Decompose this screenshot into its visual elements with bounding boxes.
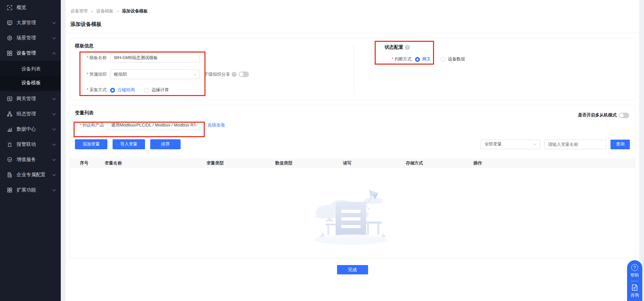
device-submenu: 设备列表 设备模板 [0, 61, 61, 91]
radio-gateway-label[interactable]: 网关 [422, 56, 431, 62]
sidebar-item-enterprise[interactable]: 企业专属配置 [0, 167, 61, 182]
done-button[interactable]: 完成 [337, 265, 368, 274]
sidebar-item-overview[interactable]: 概览 [0, 0, 61, 15]
radio-cloud-polling[interactable] [110, 88, 115, 93]
sidebar-item-gateway[interactable]: 网关管理 [0, 91, 61, 106]
status-config-heading: 状态配置 ? [385, 44, 635, 50]
overview-icon [7, 5, 12, 10]
multi-slave-toggle[interactable] [619, 113, 629, 118]
organization-row: *所属组织 根组织 下级组织分享 ? [75, 69, 354, 79]
multi-slave-label: 是否开启多从机模式 [578, 112, 617, 118]
breadcrumb-device-template[interactable]: 设备模板 [96, 8, 113, 14]
chevron-down-icon [195, 123, 198, 126]
template-info-heading: 模板信息 [75, 43, 354, 49]
variable-name-search-input[interactable] [544, 140, 606, 149]
required-marker: * [392, 57, 393, 62]
protocol-label: *协议和产品 [75, 122, 104, 128]
variable-list-heading: 变量列表 [75, 110, 630, 116]
sidebar-item-data-center[interactable]: 数据中心 [0, 122, 61, 137]
template-name-input[interactable] [110, 53, 200, 63]
protocol-row: *协议和产品 通用Modbus/PLC/DL / Modbus / Modbus… [75, 120, 630, 130]
toggle-knob [619, 113, 624, 117]
sidebar: 概览 大屏管理 场景管理 设备管理 设备列表 [0, 0, 61, 301]
sort-button[interactable]: 排序 [150, 139, 181, 149]
chevron-down-icon [52, 127, 56, 131]
chevron-down-icon [193, 72, 197, 75]
required-marker: * [87, 87, 88, 92]
consult-label: 咨询 [631, 292, 639, 298]
template-name-row: *模板名称 [75, 53, 354, 63]
chevron-down-icon [52, 21, 56, 24]
chevron-down-icon [52, 173, 56, 176]
main-area: 设备管理 > 设备模板 > 添加设备模板 添加设备模板 模板信息 *模板名称 [61, 0, 644, 301]
chevron-down-icon [52, 188, 56, 191]
radio-device-data[interactable] [441, 57, 445, 62]
add-variable-button[interactable]: 添加变量 [75, 139, 107, 149]
help-button[interactable]: ? 帮助 [631, 264, 639, 278]
sidebar-item-device-list[interactable]: 设备列表 [0, 62, 61, 76]
multi-slave-row: 是否开启多从机模式 [578, 112, 629, 118]
radio-edge-computing-label[interactable]: 边缘计算 [152, 87, 169, 93]
column-header-operation: 操作 [473, 160, 635, 166]
consult-button[interactable]: 咨询 [631, 284, 639, 298]
breadcrumb-device-management[interactable]: 设备管理 [70, 8, 88, 14]
sidebar-item-alarm[interactable]: 报警联动 [0, 137, 61, 152]
chevron-down-icon [52, 142, 56, 146]
import-variable-button[interactable]: 导入变量 [113, 139, 145, 149]
app-root: 概览 大屏管理 场景管理 设备管理 设备列表 [0, 0, 644, 301]
radio-gateway[interactable] [415, 57, 420, 62]
sidebar-item-label: 大屏管理 [17, 20, 53, 26]
variable-scope-select[interactable]: 全部变量 [481, 140, 540, 149]
help-label: 帮助 [631, 272, 639, 278]
sidebar-item-configuration[interactable]: 组态管理 [0, 106, 61, 122]
sidebar-item-device[interactable]: 设备管理 [0, 46, 61, 61]
organization-select[interactable]: 根组织 [110, 69, 200, 79]
sidebar-item-device-template[interactable]: 设备模板 [0, 76, 61, 90]
column-header-read-write: 读写 [343, 160, 406, 166]
help-question-icon[interactable]: ? [405, 45, 410, 50]
collect-method-row: *采集方式 云端轮询 边缘计算 [75, 87, 354, 93]
sidebar-item-extended[interactable]: 扩展功能 [0, 182, 61, 198]
judge-method-row: *判断方式 网关 设备数据 [385, 56, 635, 62]
sidebar-item-big-screen[interactable]: 大屏管理 [0, 15, 61, 30]
alarm-icon [7, 142, 12, 147]
judge-method-label: *判断方式 [385, 56, 412, 62]
template-name-label: *模板名称 [75, 55, 107, 61]
sidebar-item-label: 企业专属配置 [17, 172, 53, 178]
gateway-icon [7, 96, 12, 102]
status-config-column: 状态配置 ? *判断方式 网关 设备数据 [354, 38, 635, 100]
toggle-knob [239, 72, 243, 76]
sub-item-label: 设备列表 [21, 66, 41, 72]
float-divider [631, 281, 638, 281]
device-icon [7, 50, 12, 56]
search-button[interactable]: 查询 [611, 140, 630, 149]
required-marker: * [80, 123, 81, 128]
radio-device-data-label[interactable]: 设备数据 [448, 56, 465, 62]
value-added-icon [7, 157, 12, 162]
sidebar-item-label: 增值服务 [17, 157, 53, 163]
empty-state [75, 183, 630, 247]
breadcrumb-separator: > [91, 9, 93, 13]
sidebar-item-scene[interactable]: 场景管理 [0, 30, 61, 46]
collect-method-label: *采集方式 [75, 87, 107, 93]
organization-label: *所属组织 [75, 72, 107, 77]
radio-cloud-polling-label[interactable]: 云端轮询 [117, 87, 135, 93]
sidebar-item-value-added[interactable]: 增值服务 [0, 152, 61, 167]
protocol-select[interactable]: 通用Modbus/PLC/DL / Modbus / Modbus RT [107, 120, 201, 130]
radio-edge-computing[interactable] [144, 88, 149, 93]
scene-icon [7, 35, 12, 41]
sidebar-item-label: 报警联动 [17, 141, 53, 148]
footer: 完成 [66, 265, 639, 274]
sidebar-item-label: 网关管理 [17, 96, 53, 102]
chevron-up-icon [52, 52, 56, 56]
sidebar-item-label: 概览 [17, 4, 55, 11]
breadcrumb: 设备管理 > 设备模板 > 添加设备模板 [66, 0, 639, 14]
sub-org-share-toggle[interactable] [239, 72, 249, 77]
big-screen-icon [7, 20, 12, 26]
advanced-options-link[interactable]: 高级选项 [208, 122, 225, 128]
help-question-icon[interactable]: ? [232, 72, 237, 77]
breadcrumb-separator: > [116, 9, 118, 13]
column-header-type: 变量类型 [206, 160, 275, 166]
content-card: 设备管理 > 设备模板 > 添加设备模板 添加设备模板 模板信息 *模板名称 [66, 0, 639, 301]
extended-icon [7, 187, 12, 193]
